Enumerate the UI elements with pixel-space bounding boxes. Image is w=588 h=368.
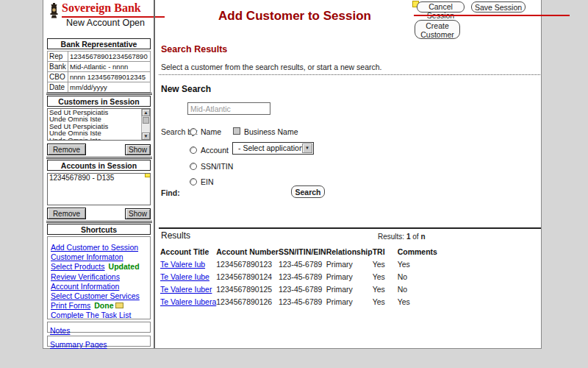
shortcut-link[interactable]: Customer Informaton (51, 252, 123, 261)
shortcut-row: Review Verifications (51, 271, 150, 280)
bank-rep-row: CBO nnnn 123456789012345 (48, 72, 151, 82)
scroll-down-icon[interactable]: ▼ (142, 132, 150, 140)
bank-rep-label: CBO (48, 72, 68, 82)
shortcut-row: Select ProductsUpdated (51, 261, 150, 270)
bank-rep-label: Bank (48, 62, 68, 72)
account-title-link[interactable]: Te Valere Iube (160, 272, 209, 281)
sidebar-divider (46, 221, 152, 223)
customer-list-item[interactable]: Unde Omnis Iste (48, 137, 150, 141)
shortcut-row: Add Customer to Session (51, 241, 150, 251)
accounts-note-marker (145, 173, 151, 177)
instruction-text: Select a customer from the search result… (161, 63, 382, 71)
shortcuts-panel: Add Customer to Session Customer Informa… (47, 236, 151, 319)
shortcut-link[interactable]: Complete The Task List (51, 311, 131, 319)
shortcut-link[interactable]: Add Customer to Session (51, 243, 138, 252)
bank-rep-row: Bank Mid-Atlantic - nnnn (48, 62, 151, 72)
summary-pages-box: Summary Pages (47, 336, 151, 347)
relationship-cell: Primary (326, 258, 373, 270)
new-search-title: New Search (161, 84, 211, 94)
results-divider (159, 227, 541, 229)
results-count-total: n (420, 233, 425, 241)
scroll-up-icon[interactable]: ▲ (142, 109, 150, 116)
ssn-itin-radio[interactable] (190, 163, 197, 170)
account-title-link[interactable]: Te Valere Iub (160, 260, 205, 269)
results-column-header: TRI (373, 245, 398, 258)
account-radio[interactable] (190, 146, 197, 154)
account-option-label: Account (201, 146, 229, 155)
brand-name: Sovereign Bank (62, 1, 165, 18)
shortcut-link[interactable]: Select Customer Services (51, 291, 140, 300)
shortcut-row: Complete The Task List (51, 309, 150, 319)
cancel-session-button[interactable]: Cancel Session (417, 1, 465, 13)
customers-in-session-list[interactable]: Sed Ut Perspiciatis Unde Omnis Iste Sed … (47, 108, 151, 141)
customers-remove-button[interactable]: Remove (47, 144, 86, 155)
accounts-remove-button[interactable]: Remove (47, 208, 86, 219)
bank-rep-value: 12345678901234567890 (68, 52, 151, 62)
sticky-note-icon (115, 302, 123, 308)
comments-cell: No (398, 283, 444, 295)
scrollbar-thumb[interactable] (143, 117, 149, 124)
notes-box: Notes (47, 322, 151, 333)
comments-cell: Yes (398, 258, 444, 270)
shortcut-link[interactable]: Print Forms (51, 301, 90, 310)
summary-pages-link[interactable]: Summary Pages (50, 340, 107, 349)
bank-rep-value: mm/dd/yyyy (68, 82, 151, 93)
results-row: Te Valere Iubera 1234567890126 123-45-67… (160, 295, 444, 308)
sidebar-separator (154, 0, 155, 348)
business-name-checkbox[interactable] (233, 127, 240, 135)
search-input[interactable] (187, 102, 270, 115)
results-count: Results: 1 of n (378, 233, 425, 241)
app-subtitle: New Account Open (66, 18, 145, 28)
application-select[interactable]: - Select application - ▼ (232, 142, 314, 155)
shortcut-link[interactable]: Select Products (51, 262, 105, 271)
header-red-rule (414, 15, 570, 16)
bank-rep-label: Rep (48, 52, 68, 62)
ssn-cell: 123-45-6789 (279, 295, 326, 308)
shortcut-link[interactable]: Review Verifications (51, 272, 120, 281)
results-count-of: of (412, 233, 418, 241)
notes-link[interactable]: Notes (50, 326, 70, 335)
relationship-cell: Primary (326, 270, 373, 283)
ein-label: EIN (201, 177, 214, 186)
results-column-header: Relationship (326, 245, 373, 258)
save-session-button[interactable]: Save Session (471, 1, 526, 13)
search-button[interactable]: Search (291, 185, 325, 198)
results-row: Te Valere Iub 1234567890123 123-45-6789 … (160, 258, 444, 270)
tri-cell: Yes (373, 295, 398, 308)
tri-cell: Yes (373, 283, 398, 295)
accounts-show-button[interactable]: Show (125, 208, 151, 219)
bank-rep-row: Rep 12345678901234567890 (48, 52, 151, 62)
results-row: Te Valere Iuber 1234567890125 123-45-678… (160, 283, 444, 295)
shortcut-link[interactable]: Account Information (51, 282, 119, 291)
name-radio[interactable] (190, 128, 197, 135)
account-number-cell: 1234567890125 (216, 283, 279, 295)
accounts-in-session-list[interactable]: 1234567890 - D135 (47, 173, 151, 205)
bank-representative-header: Bank Representative (47, 38, 151, 49)
account-title-link[interactable]: Te Valere Iuber (160, 285, 212, 294)
results-column-header: Account Number (216, 245, 279, 258)
account-number-cell: 1234567890126 (216, 295, 279, 308)
create-customer-button[interactable]: Create Customer (415, 20, 460, 39)
sidebar-divider (46, 93, 152, 95)
results-column-header: SSN/ITIN/EIN (279, 245, 326, 258)
lantern-icon (49, 3, 60, 21)
bank-rep-value: nnnn 123456789012345 (68, 72, 151, 82)
shortcuts-header: Shortcuts (47, 224, 151, 235)
comments-cell: No (398, 270, 444, 283)
customers-show-button[interactable]: Show (125, 144, 151, 155)
results-header-row: Account Title Account Number SSN/ITIN/EI… (160, 245, 444, 258)
bank-rep-value: Mid-Atlantic - nnnn (68, 62, 151, 72)
bank-rep-row: Date mm/dd/yyyy (48, 82, 151, 93)
ein-radio[interactable] (190, 178, 197, 185)
customers-scrollbar[interactable]: ▲ ▼ (141, 109, 150, 140)
dotted-divider (159, 74, 540, 75)
ssn-itin-label: SSN/ITIN (201, 162, 233, 171)
shortcut-status: Updated (109, 262, 140, 271)
account-title-link[interactable]: Te Valere Iubera (160, 297, 216, 306)
chevron-down-icon[interactable]: ▼ (302, 144, 312, 153)
page-title: Add Customer to Session (159, 9, 431, 24)
find-label: Find: (161, 188, 180, 197)
tri-cell: Yes (373, 270, 398, 283)
account-list-item[interactable]: 1234567890 - D135 (48, 174, 150, 183)
results-table: Account Title Account Number SSN/ITIN/EI… (160, 245, 444, 308)
